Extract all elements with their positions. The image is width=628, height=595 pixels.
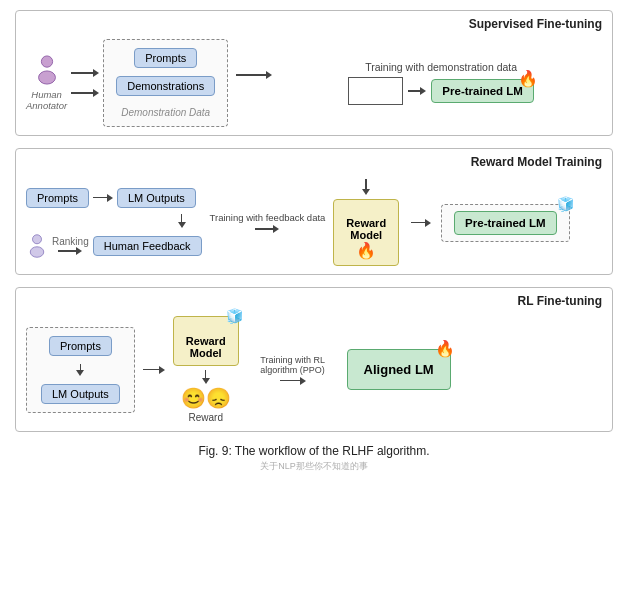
human-feedback-box: Human Feedback — [93, 236, 202, 256]
sec3-middle-group: Reward Model 🧊 😊😞 Reward — [173, 316, 239, 423]
section-rl-finetuning: RL Fine-tuning Prompts LM Outputs — [15, 287, 613, 432]
pretrained-lm-dashed: Pre-trained LM — [441, 204, 570, 242]
section-title-2: Reward Model Training — [471, 155, 602, 169]
flame-icon-aligned: 🔥 — [435, 339, 455, 358]
ranking-label: Ranking — [52, 236, 89, 247]
sec2-left-group: Prompts LM Outputs — [26, 188, 202, 258]
arrow-dashed-to-reward3 — [143, 366, 165, 374]
person-icon-2 — [26, 234, 48, 258]
pretrained-lm-group-1: Pre-trained LM 🔥 — [431, 79, 534, 103]
reward-model-group-3: Reward Model 🧊 — [173, 316, 239, 366]
arrow-to-prompts — [71, 69, 99, 77]
training-step-rect — [348, 77, 403, 105]
prompts-lm-row: Prompts LM Outputs — [26, 188, 202, 208]
arrow-prompts-lm — [93, 194, 113, 202]
section-title-1: Supervised Fine-tuning — [469, 17, 602, 31]
ice-icon-3: 🧊 — [226, 308, 243, 324]
section-supervised-finetuning: Supervised Fine-tuning HumanAnnotator — [15, 10, 613, 136]
demo-data-label: Demonstration Data — [121, 107, 210, 118]
section-reward-model-training: Reward Model Training Prompts LM Outputs — [15, 148, 613, 275]
arrow-lmout-to-reward — [362, 179, 370, 195]
sec3-layout: Prompts LM Outputs — [26, 298, 602, 423]
training-label-1: Training with demonstration data — [365, 61, 517, 73]
training-feedback-label: Training with feedback data — [210, 212, 326, 223]
demonstrations-box: Demonstrations — [116, 76, 215, 96]
prompts-lm-dashed-3: Prompts LM Outputs — [26, 327, 135, 413]
sec1-layout: HumanAnnotator — [26, 21, 602, 127]
svg-point-3 — [30, 246, 44, 257]
lm-outputs-box-3: LM Outputs — [41, 384, 120, 404]
pretrained-lm-box-2: Pre-trained LM — [454, 211, 557, 235]
arrow-lm-down — [26, 214, 202, 228]
aligned-lm-group: Aligned LM 🔥 — [347, 349, 451, 390]
arrow-reward-to-pretrained — [411, 219, 431, 227]
sec1-arrows — [71, 69, 99, 97]
flame-icon-reward: 🔥 — [356, 242, 376, 259]
pretrained-lm-group-2: Pre-trained LM 🧊 — [441, 204, 570, 242]
svg-point-2 — [33, 234, 42, 243]
human-feedback-row: Ranking Human Feedback — [26, 234, 202, 258]
human-annotator-label: HumanAnnotator — [26, 89, 67, 111]
reward-emoji: 😊😞 — [181, 388, 231, 408]
arrow-feedback-to-reward: Training with feedback data — [210, 212, 326, 233]
svg-point-0 — [41, 56, 52, 67]
section-title-3: RL Fine-tuning — [518, 294, 602, 308]
training-ppo-label: Training with RL algorithm (PPO) — [253, 355, 333, 375]
prompts-box-2: Prompts — [26, 188, 89, 208]
caption: Fig. 9: The workflow of the RLHF algorit… — [15, 444, 613, 458]
human-annotator-group: HumanAnnotator — [26, 55, 67, 111]
sec3-left-group: Prompts LM Outputs — [26, 327, 135, 413]
arrow-reward-down — [202, 370, 210, 384]
ice-icon: 🧊 — [557, 196, 574, 212]
main-container: Supervised Fine-tuning HumanAnnotator — [0, 0, 628, 483]
training-pretrained-row: Pre-trained LM 🔥 — [348, 77, 534, 105]
ranking-arrow-group: Ranking — [52, 236, 89, 255]
sec1-right-group: Training with demonstration data Pre-tra… — [280, 61, 602, 105]
watermark: 关于NLP那些你不知道的事 — [15, 460, 613, 473]
prompts-box-3: Prompts — [49, 336, 112, 356]
reward-model-box-2: Reward Model 🔥 — [333, 199, 399, 266]
demonstration-data-box: Prompts Demonstrations Demonstration Dat… — [103, 39, 228, 127]
arrow-to-pretrained — [408, 87, 426, 95]
arrow-demo-to-train — [236, 71, 272, 79]
reward-model-group: Reward Model 🔥 — [333, 179, 399, 266]
flame-icon-1: 🔥 — [518, 69, 538, 88]
arrow-reward-to-aligned: Training with RL algorithm (PPO) — [253, 355, 333, 385]
arrow-to-demos — [71, 89, 99, 97]
arrow-down-in-dashed — [76, 364, 84, 376]
prompts-box-1: Prompts — [134, 48, 197, 68]
lm-outputs-box-2: LM Outputs — [117, 188, 196, 208]
svg-point-1 — [38, 71, 55, 84]
person-icon-1 — [33, 55, 61, 85]
reward-label: Reward — [189, 412, 223, 423]
sec2-layout: Prompts LM Outputs — [26, 159, 602, 266]
